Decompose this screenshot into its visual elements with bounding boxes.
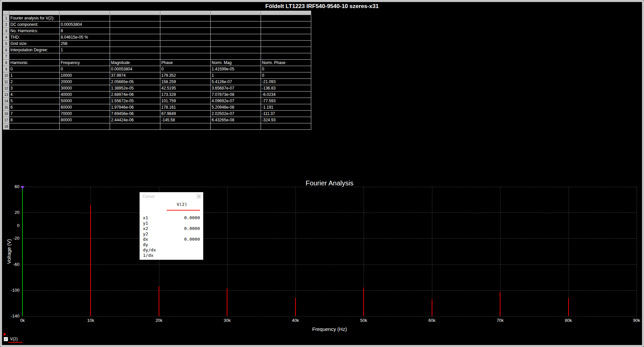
table-cell[interactable]: Norm. Phase bbox=[261, 60, 311, 66]
table-cell[interactable]: 2.05665e-05 bbox=[110, 79, 160, 85]
table-cell[interactable]: 0.00053804 bbox=[60, 21, 110, 28]
table-cell[interactable] bbox=[261, 53, 311, 60]
row-number[interactable]: 8 bbox=[3, 60, 9, 66]
table-cell[interactable] bbox=[160, 15, 211, 21]
table-cell[interactable] bbox=[160, 53, 211, 60]
table-cell[interactable] bbox=[261, 21, 311, 28]
table-cell[interactable] bbox=[211, 47, 261, 53]
table-cell[interactable] bbox=[9, 53, 60, 60]
table-cell[interactable]: Harmonic bbox=[9, 60, 60, 66]
table-cell[interactable]: Phase bbox=[160, 60, 211, 66]
column-header[interactable] bbox=[261, 11, 311, 15]
table-cell[interactable]: 0 bbox=[9, 66, 60, 72]
table-cell[interactable]: 173.328 bbox=[160, 92, 211, 98]
table-cell[interactable]: 2.44424e-06 bbox=[110, 117, 160, 123]
table-cell[interactable]: 7.07873e-08 bbox=[211, 92, 261, 98]
table-cell[interactable]: 1.41599e-05 bbox=[211, 66, 261, 72]
table-cell[interactable]: 10000 bbox=[60, 72, 110, 79]
table-cell[interactable] bbox=[110, 21, 160, 28]
table-cell[interactable] bbox=[211, 28, 261, 34]
column-header[interactable] bbox=[160, 11, 211, 15]
table-cell[interactable]: 70000 bbox=[60, 111, 110, 117]
table-cell[interactable]: 1.97946e-06 bbox=[110, 104, 160, 111]
table-cell[interactable] bbox=[160, 34, 211, 41]
column-header[interactable] bbox=[60, 11, 110, 15]
table-cell[interactable]: 7.69456e-06 bbox=[110, 111, 160, 117]
table-cell[interactable]: 3 bbox=[9, 85, 60, 92]
cursor-line[interactable] bbox=[22, 187, 23, 316]
table-cell[interactable]: DC component: bbox=[9, 21, 60, 28]
table-cell[interactable] bbox=[211, 34, 261, 41]
column-header[interactable] bbox=[9, 11, 60, 15]
table-cell[interactable]: 40000 bbox=[60, 92, 110, 98]
close-icon[interactable]: x bbox=[196, 193, 202, 199]
row-number[interactable]: 2 bbox=[3, 21, 9, 28]
row-number[interactable]: 4 bbox=[3, 34, 9, 41]
row-number[interactable]: 3 bbox=[3, 28, 9, 34]
table-cell[interactable]: Norm. Mag bbox=[211, 60, 261, 66]
table-cell[interactable]: 1 bbox=[9, 72, 60, 79]
corner-cell[interactable] bbox=[3, 11, 9, 15]
row-number[interactable]: 15 bbox=[3, 104, 9, 111]
table-cell[interactable]: 5 bbox=[9, 98, 60, 104]
table-cell[interactable]: Frequency bbox=[60, 60, 110, 66]
table-cell[interactable] bbox=[60, 15, 110, 21]
row-number[interactable]: 11 bbox=[3, 79, 9, 85]
table-cell[interactable]: 20000 bbox=[60, 79, 110, 85]
table-cell[interactable]: 0.00053804 bbox=[110, 66, 160, 72]
table-cell[interactable]: 3.65687e-07 bbox=[211, 85, 261, 92]
table-cell[interactable] bbox=[261, 28, 311, 34]
row-number[interactable]: 12 bbox=[3, 85, 9, 92]
table-cell[interactable] bbox=[261, 34, 311, 41]
table-cell[interactable]: 8 bbox=[60, 28, 110, 34]
table-cell[interactable] bbox=[160, 123, 211, 130]
table-cell[interactable] bbox=[160, 21, 211, 28]
table-cell[interactable]: No. Harmonics: bbox=[9, 28, 60, 34]
table-cell[interactable]: -21.093 bbox=[261, 79, 311, 85]
table-cell[interactable]: -324.93 bbox=[261, 117, 311, 123]
table-cell[interactable] bbox=[261, 47, 311, 53]
table-cell[interactable]: 67.9849 bbox=[160, 111, 211, 117]
table-cell[interactable] bbox=[60, 123, 110, 130]
table-cell[interactable]: 179.352 bbox=[160, 72, 211, 79]
table-cell[interactable]: 0 bbox=[261, 66, 311, 72]
row-number[interactable]: 6 bbox=[3, 47, 9, 53]
table-cell[interactable]: 7 bbox=[9, 111, 60, 117]
table-cell[interactable]: -77.593 bbox=[261, 98, 311, 104]
table-cell[interactable]: 42.5195 bbox=[160, 85, 211, 92]
table-cell[interactable]: 1.38952e-05 bbox=[110, 85, 160, 92]
table-cell[interactable]: 178.161 bbox=[160, 104, 211, 111]
table-cell[interactable] bbox=[261, 15, 311, 21]
table-cell[interactable] bbox=[211, 53, 261, 60]
table-cell[interactable]: -145.58 bbox=[160, 117, 211, 123]
window-titlebar[interactable]: Földelt LT1223 IRF540-9540-10 szeres-x31 bbox=[2, 2, 642, 11]
row-number[interactable]: 16 bbox=[3, 111, 9, 117]
cursor-dialog[interactable]: Cursor x V(2) x10.0000y1x20.0000y2dx0.00… bbox=[140, 192, 203, 260]
table-cell[interactable]: 6.43265e-08 bbox=[211, 117, 261, 123]
table-cell[interactable]: Magnitude bbox=[110, 60, 160, 66]
table-cell[interactable]: 37.9974 bbox=[110, 72, 160, 79]
table-cell[interactable] bbox=[261, 123, 311, 130]
table-cell[interactable] bbox=[9, 123, 60, 130]
table-cell[interactable]: 4.09692e-07 bbox=[211, 98, 261, 104]
table-cell[interactable]: 2.02502e-07 bbox=[211, 111, 261, 117]
row-number[interactable]: 9 bbox=[3, 66, 9, 72]
table-cell[interactable] bbox=[211, 123, 261, 130]
table-cell[interactable]: Interpolation Degree: bbox=[9, 47, 60, 53]
table-cell[interactable] bbox=[60, 53, 110, 60]
table-cell[interactable]: 0 bbox=[60, 66, 110, 72]
table-cell[interactable]: 101.759 bbox=[160, 98, 211, 104]
column-header[interactable] bbox=[211, 11, 261, 15]
table-cell[interactable]: 0 bbox=[160, 66, 211, 72]
row-number[interactable]: 7 bbox=[3, 53, 9, 60]
table-cell[interactable] bbox=[160, 47, 211, 53]
table-cell[interactable]: 50000 bbox=[60, 98, 110, 104]
table-cell[interactable] bbox=[160, 28, 211, 34]
table-cell[interactable] bbox=[211, 15, 261, 21]
row-number[interactable]: 17 bbox=[3, 117, 9, 123]
table-cell[interactable] bbox=[211, 41, 261, 47]
table-cell[interactable]: 2 bbox=[9, 79, 60, 85]
table-cell[interactable] bbox=[110, 28, 160, 34]
table-cell[interactable] bbox=[110, 15, 160, 21]
table-cell[interactable]: 158.259 bbox=[160, 79, 211, 85]
